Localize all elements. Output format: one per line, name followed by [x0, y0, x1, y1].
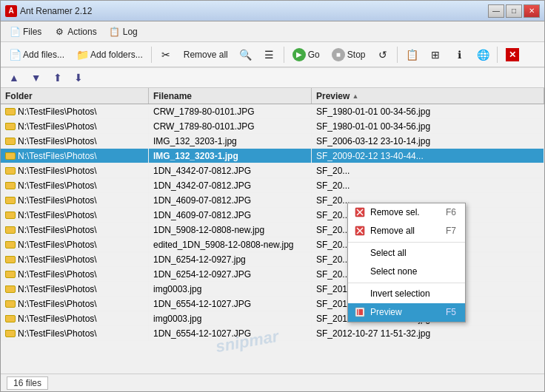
go-icon: ▶: [292, 48, 306, 61]
folder-icon: [5, 212, 16, 219]
cell-folder: N:\TestFiles\Photos\: [1, 297, 149, 311]
select-none-menu-icon: [354, 266, 366, 277]
folder-icon: [5, 182, 16, 189]
menu-files[interactable]: 📄 Files: [4, 24, 47, 40]
context-menu-item-remove-sel[interactable]: Remove sel.F6: [348, 203, 465, 222]
list-icon: ☰: [264, 49, 275, 61]
refresh-button[interactable]: ↺: [372, 46, 394, 64]
menu-log[interactable]: 📋 Log: [104, 24, 143, 40]
context-menu-label-select-all: Select all: [370, 248, 407, 258]
add-files-button[interactable]: 📄 Add files...: [4, 46, 70, 64]
cell-filename: img0003.jpg: [149, 311, 312, 325]
folder-icon: [5, 197, 16, 204]
cell-folder: N:\TestFiles\Photos\: [1, 193, 149, 207]
context-menu-separator: [348, 283, 465, 283]
context-menu-label-invert-selection: Invert selection: [370, 288, 430, 299]
go-button[interactable]: ▶ Go: [287, 45, 325, 64]
nav-top-button[interactable]: ⬆: [48, 69, 67, 87]
context-menu-item-select-all[interactable]: Select all: [348, 244, 465, 263]
cell-preview: SF_20...: [312, 178, 544, 192]
web-icon-button[interactable]: 🌐: [472, 46, 494, 64]
context-menu-item-select-none[interactable]: Select none: [348, 263, 465, 281]
cell-filename: IMG_132_3203-1.jpg: [149, 134, 312, 148]
menu-log-label: Log: [123, 27, 138, 37]
cell-folder: N:\TestFiles\Photos\: [1, 326, 149, 340]
remove-all-button[interactable]: Remove all: [178, 47, 233, 63]
folder-icon: [5, 123, 16, 130]
add-files-icon: 📄: [9, 49, 21, 61]
maximize-button[interactable]: □: [506, 4, 522, 18]
close-button[interactable]: ✕: [524, 4, 540, 18]
table-row[interactable]: N:\TestFiles\Photos\1DN_4342-07-0812.JPG…: [1, 163, 544, 178]
page-icon-button[interactable]: 📋: [401, 46, 423, 64]
context-menu-label-remove-all: Remove all: [370, 226, 415, 236]
add-folders-button[interactable]: 📁 Add folders...: [71, 46, 148, 64]
nav-toolbar: ▲ ▼ ⬆ ⬇: [1, 67, 544, 88]
sort-indicator: ▲: [352, 92, 358, 100]
toolbar-sep-3: [397, 47, 398, 63]
context-menu-item-preview[interactable]: PreviewF5: [348, 303, 465, 322]
toolbar-icon-btn-2[interactable]: ☰: [258, 46, 281, 64]
folder-icon: [5, 226, 16, 234]
toolbar-icon-btn-1[interactable]: 🔍: [235, 46, 257, 64]
file-list-container: Folder Filename Preview ▲ N:\TestFiles\P…: [1, 88, 544, 374]
table-row[interactable]: N:\TestFiles\Photos\IMG_132_3203-1.jpgSF…: [1, 149, 544, 163]
col-header-folder[interactable]: Folder: [1, 88, 149, 104]
col-header-filename[interactable]: Filename: [149, 88, 312, 104]
add-files-label: Add files...: [23, 50, 64, 60]
table-row[interactable]: N:\TestFiles\Photos\CRW_1789-80-0101.JPG…: [1, 119, 544, 134]
grid-icon-button[interactable]: ⊞: [424, 46, 447, 64]
refresh-icon: ↺: [377, 49, 389, 61]
col-header-preview[interactable]: Preview ▲: [312, 88, 544, 104]
cell-folder: N:\TestFiles\Photos\: [1, 282, 149, 296]
cell-preview: SF_1980-01-01 00-34-56.jpg: [312, 104, 544, 118]
table-row[interactable]: N:\TestFiles\Photos\1DN_4342-07-0812.JPG…: [1, 178, 544, 193]
add-folders-label: Add folders...: [90, 50, 143, 60]
cell-folder: N:\TestFiles\Photos\: [1, 311, 149, 325]
context-menu-item-remove-all[interactable]: Remove allF7: [348, 222, 465, 240]
info-icon-button[interactable]: ℹ: [448, 46, 470, 64]
cell-folder: N:\TestFiles\Photos\: [1, 119, 149, 133]
title-bar-left: A Ant Renamer 2.12: [5, 5, 92, 17]
toolbar-sep-4: [497, 47, 498, 63]
nav-bottom-button[interactable]: ⬇: [69, 69, 88, 87]
context-menu-shortcut-remove-all: F7: [446, 226, 456, 236]
menu-bar: 📄 Files ⚙ Actions 📋 Log: [1, 21, 544, 42]
context-menu-item-invert-selection[interactable]: Invert selection: [348, 285, 465, 303]
remove-all-label: Remove all: [184, 50, 228, 60]
toolbar-sep-2: [284, 47, 284, 63]
remove-sel-toolbar-button[interactable]: ✂: [155, 46, 177, 64]
bottom-arrow-icon: ⬇: [74, 72, 83, 84]
menu-actions[interactable]: ⚙ Actions: [48, 24, 101, 40]
search-icon: 🔍: [240, 49, 252, 61]
folder-icon: [5, 285, 16, 293]
cell-preview: SF_2006-03-12 23-10-14.jpg: [312, 134, 544, 148]
up-arrow-icon: ▲: [9, 72, 19, 84]
title-bar-controls: — □ ✕: [488, 4, 540, 18]
stop-button[interactable]: ■ Stop: [327, 45, 371, 64]
folder-icon: [5, 315, 16, 322]
cell-folder: N:\TestFiles\Photos\: [1, 149, 149, 163]
cell-filename: 1DN_6554-12-1027.JPG: [149, 326, 312, 340]
cell-folder: N:\TestFiles\Photos\: [1, 134, 149, 148]
cell-filename: IMG_132_3203-1.jpg: [149, 149, 312, 163]
nav-down-button[interactable]: ▼: [26, 69, 47, 87]
table-row[interactable]: N:\TestFiles\Photos\IMG_132_3203-1.jpgSF…: [1, 134, 544, 149]
preview-menu-icon: [354, 306, 366, 318]
minimize-button[interactable]: —: [488, 4, 504, 18]
table-row[interactable]: N:\TestFiles\Photos\CRW_1789-80-0101.JPG…: [1, 104, 544, 119]
folder-icon: [5, 138, 16, 145]
nav-up-button[interactable]: ▲: [4, 69, 24, 87]
table-row[interactable]: N:\TestFiles\Photos\1DN_6554-12-1027.JPG…: [1, 326, 544, 341]
stop-label: Stop: [347, 50, 366, 60]
files-menu-icon: 📄: [9, 26, 21, 38]
delete-button[interactable]: ✕: [501, 45, 524, 64]
cell-filename: 1DN_5908-12-0808-new.jpg: [149, 223, 312, 237]
context-menu-shortcut-preview: F5: [446, 307, 456, 317]
remove-all-menu-icon: [354, 225, 366, 237]
stop-icon: ■: [332, 48, 345, 61]
app-icon: A: [5, 5, 17, 17]
remove-sel-menu-icon: [354, 206, 366, 218]
status-bar: 16 files: [1, 374, 544, 391]
menu-actions-label: Actions: [67, 27, 96, 37]
